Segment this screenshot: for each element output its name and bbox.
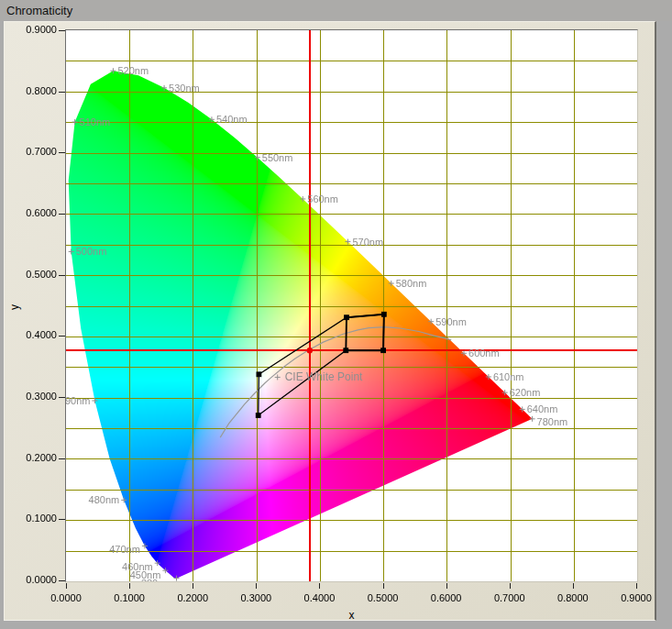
y-axis-tick xyxy=(59,214,65,215)
window-title: Chromaticity xyxy=(6,4,72,17)
wavelength-tick-marker xyxy=(255,155,260,160)
y-tick-label: 0.4000 xyxy=(7,329,57,340)
wavelength-tick-marker xyxy=(72,119,78,125)
svg-text:560nm: 560nm xyxy=(307,193,338,204)
y-axis-tick xyxy=(59,397,65,398)
wavelength-tick-marker xyxy=(155,560,160,566)
wavelength-tick-marker xyxy=(486,374,491,380)
svg-text:CIE White Point: CIE White Point xyxy=(285,370,363,383)
x-tick-label: 0.7000 xyxy=(484,592,535,603)
y-axis-tick xyxy=(59,580,65,581)
x-tick-label: 0.0000 xyxy=(40,592,92,603)
wavelength-tick-marker xyxy=(161,85,167,91)
svg-text:570nm: 570nm xyxy=(352,237,383,248)
wavelength-tick-marker xyxy=(520,406,525,412)
wavelength-tick-marker xyxy=(142,543,148,548)
x-tick-label: 0.4000 xyxy=(293,592,345,603)
x-axis-tick xyxy=(256,583,257,589)
wavelength-tick-marker xyxy=(121,497,127,502)
y-axis-tick xyxy=(59,275,65,276)
y-axis-tick xyxy=(59,152,65,153)
title-bar[interactable]: Chromaticity xyxy=(0,0,672,21)
wavelength-tick-marker xyxy=(461,350,467,356)
wavelength-tick-marker xyxy=(345,239,350,245)
svg-text:620nm: 620nm xyxy=(510,387,541,398)
x-tick-label: 0.5000 xyxy=(358,592,409,603)
x-axis-tick xyxy=(129,583,130,589)
measurement-crosshair xyxy=(66,30,637,581)
y-tick-label: 0.7000 xyxy=(7,146,57,157)
wavelength-tick-marker xyxy=(502,390,508,395)
y-tick-label: 0.3000 xyxy=(7,391,57,402)
wavelength-tick-marker xyxy=(389,281,394,286)
gridlines xyxy=(66,30,637,581)
chart-overlay: CIE White Point520nm530nm540nm550nm560nm… xyxy=(66,30,637,581)
y-axis-tick xyxy=(59,336,65,337)
svg-text:780nm: 780nm xyxy=(537,416,568,427)
chromaticity-window: Chromaticity CIE White Point520nm530nm54… xyxy=(0,0,672,629)
y-tick-label: 0.0000 xyxy=(7,574,57,585)
svg-text:530nm: 530nm xyxy=(169,83,200,94)
wavelength-tick-marker xyxy=(428,319,434,325)
wavelength-tick-marker xyxy=(162,568,168,573)
y-tick-label: 0.8000 xyxy=(7,85,57,96)
wavelength-tick-marker xyxy=(530,416,535,422)
x-axis-tick xyxy=(446,583,447,589)
svg-text:490nm: 490nm xyxy=(66,395,90,406)
x-axis-tick xyxy=(66,583,67,589)
x-axis-tick xyxy=(573,583,574,589)
x-tick-label: 0.9000 xyxy=(611,592,662,603)
y-axis-tick xyxy=(59,30,65,31)
svg-text:550nm: 550nm xyxy=(262,152,293,163)
x-tick-label: 0.2000 xyxy=(167,592,218,603)
svg-text:590nm: 590nm xyxy=(435,316,467,327)
cie-white-point-marker: CIE White Point xyxy=(275,370,363,383)
x-tick-label: 0.1000 xyxy=(104,592,155,603)
wavelength-tick-marker xyxy=(209,116,215,122)
svg-text:380nm: 380nm xyxy=(141,578,172,581)
measured-point-dot xyxy=(307,348,313,353)
chart-panel: CIE White Point520nm530nm540nm550nm560nm… xyxy=(4,21,656,621)
x-tick-label: 0.6000 xyxy=(421,592,472,603)
y-axis-title: y xyxy=(8,299,25,315)
x-tick-label: 0.3000 xyxy=(230,592,281,603)
y-tick-label: 0.9000 xyxy=(7,24,57,35)
plot-area[interactable]: CIE White Point520nm530nm540nm550nm560nm… xyxy=(65,29,638,582)
svg-text:580nm: 580nm xyxy=(396,278,427,289)
wavelength-tick-marker xyxy=(174,576,180,581)
y-axis-tick xyxy=(59,92,65,93)
y-axis-tick xyxy=(59,519,65,520)
svg-text:470nm: 470nm xyxy=(109,544,140,555)
svg-text:610nm: 610nm xyxy=(493,371,524,382)
x-axis-tick xyxy=(510,583,511,589)
svg-text:540nm: 540nm xyxy=(216,114,248,125)
wavelength-tick-marker xyxy=(300,196,305,202)
svg-text:600nm: 600nm xyxy=(468,348,500,359)
x-axis-tick xyxy=(193,583,193,589)
x-axis-title: x xyxy=(66,609,637,622)
svg-text:480nm: 480nm xyxy=(89,494,120,505)
svg-text:500nm: 500nm xyxy=(76,246,107,257)
y-tick-label: 0.5000 xyxy=(7,269,57,280)
x-axis-tick xyxy=(383,583,384,589)
wavelength-tick-marker xyxy=(110,68,116,73)
svg-text:640nm: 640nm xyxy=(527,403,558,414)
svg-text:510nm: 510nm xyxy=(80,116,111,127)
y-tick-label: 0.2000 xyxy=(7,452,57,463)
svg-text:520nm: 520nm xyxy=(117,65,149,76)
wavelength-labels: 520nm530nm540nm550nm560nm570nm580nm590nm… xyxy=(66,65,567,581)
wavelength-tick-marker xyxy=(69,248,74,254)
x-tick-label: 0.8000 xyxy=(547,592,599,603)
x-axis-tick xyxy=(319,583,320,589)
y-tick-label: 0.6000 xyxy=(7,207,57,218)
y-axis-tick xyxy=(59,458,65,459)
y-tick-label: 0.1000 xyxy=(7,513,57,524)
x-axis-tick xyxy=(636,583,637,589)
